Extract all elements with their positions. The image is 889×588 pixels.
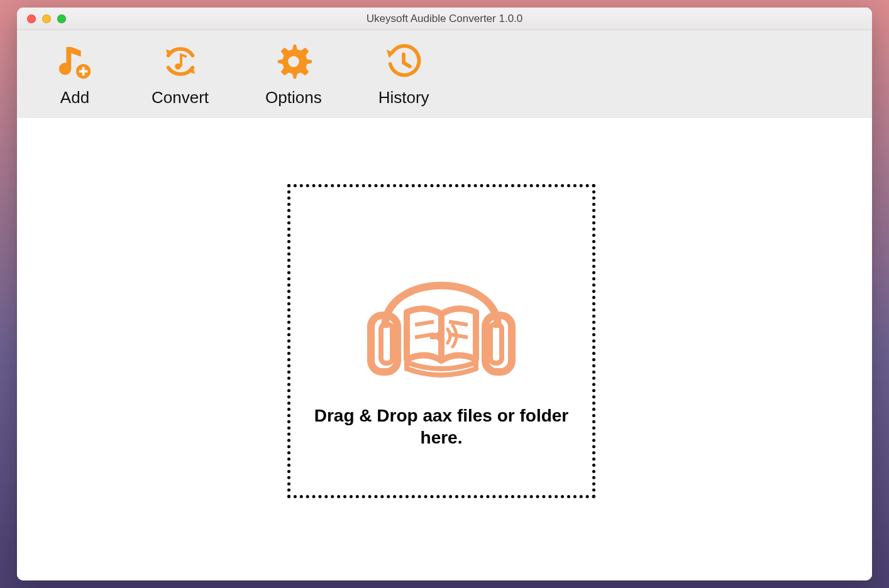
close-button[interactable] <box>27 14 36 23</box>
options-label: Options <box>265 88 322 107</box>
svg-rect-9 <box>490 324 502 363</box>
audiobook-headphones-icon <box>353 234 529 391</box>
dropzone[interactable]: Drag & Drop aax files or folder here. <box>287 184 595 498</box>
svg-rect-4 <box>180 55 182 66</box>
minimize-button[interactable] <box>42 14 51 23</box>
refresh-music-icon <box>160 41 201 82</box>
options-button[interactable]: Options <box>265 41 322 107</box>
svg-point-5 <box>288 56 299 67</box>
convert-button[interactable]: Convert <box>152 41 209 107</box>
add-label: Add <box>60 88 89 107</box>
main-content: Drag & Drop aax files or folder here. <box>17 118 872 580</box>
history-clock-icon <box>384 41 424 82</box>
window-controls <box>17 14 66 23</box>
titlebar: Ukeysoft Audible Converter 1.0.0 <box>17 8 872 30</box>
dropzone-text: Drag & Drop aax files or folder here. <box>303 405 580 449</box>
svg-line-10 <box>415 322 434 325</box>
app-window: Ukeysoft Audible Converter 1.0.0 Add <box>17 8 872 580</box>
svg-rect-2 <box>79 70 88 72</box>
add-button[interactable]: Add <box>55 41 95 107</box>
toolbar: Add Convert <box>17 30 872 118</box>
history-button[interactable]: History <box>378 41 429 107</box>
gear-icon <box>273 41 314 82</box>
music-note-plus-icon <box>55 41 95 82</box>
history-label: History <box>378 88 429 107</box>
window-title: Ukeysoft Audible Converter 1.0.0 <box>17 13 872 25</box>
zoom-button[interactable] <box>57 14 66 23</box>
svg-rect-8 <box>381 324 392 363</box>
convert-label: Convert <box>152 88 209 107</box>
